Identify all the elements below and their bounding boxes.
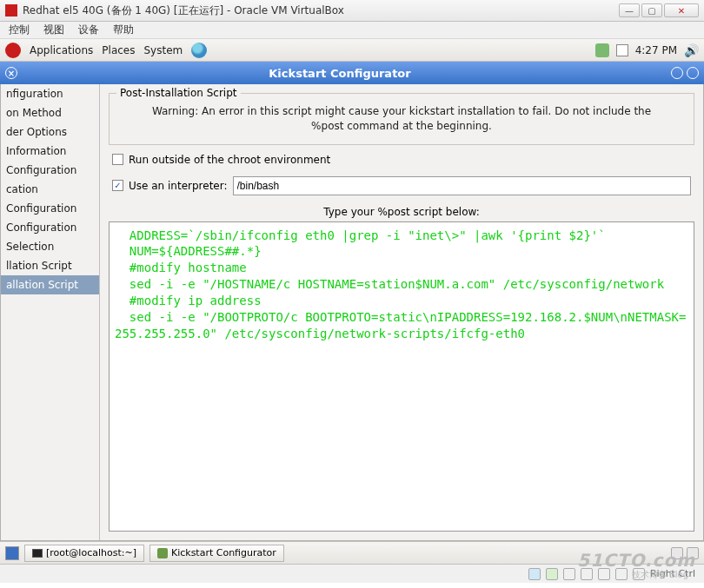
app-title: Kickstart Configurator <box>24 67 655 80</box>
chroot-label: Run outside of the chroot environment <box>129 154 330 166</box>
sidebar-item[interactable]: on Method <box>1 103 99 122</box>
places-menu[interactable]: Places <box>102 44 135 56</box>
vbox-menu-help[interactable]: 帮助 <box>113 23 134 37</box>
status-shared-icon[interactable] <box>598 568 610 580</box>
sidebar-item[interactable]: Configuration <box>1 218 99 237</box>
status-display-icon[interactable] <box>615 568 628 580</box>
terminal-icon <box>32 549 43 558</box>
vbox-menu-devices[interactable]: 设备 <box>78 23 99 37</box>
panel-right: 4:27 PM 🔊 <box>595 43 699 57</box>
tray-icon[interactable] <box>616 44 628 56</box>
status-hd-icon[interactable] <box>528 568 541 580</box>
app-titlebar: × Kickstart Configurator <box>0 62 704 84</box>
show-desktop-icon[interactable] <box>5 546 19 560</box>
window-controls: — ▢ ✕ <box>619 3 699 17</box>
sidebar-item[interactable]: nfiguration <box>1 84 99 103</box>
maximize-button[interactable]: ▢ <box>641 3 662 17</box>
script-label: Type your %post script below: <box>100 206 703 218</box>
content-pane: Post-Installation Script Warning: An err… <box>100 84 703 540</box>
chroot-row: Run outside of the chroot environment <box>112 154 691 166</box>
taskbar-kickstart-label: Kickstart Configurator <box>171 547 276 558</box>
taskbar-tray <box>671 547 699 559</box>
system-menu[interactable]: System <box>143 44 183 56</box>
app-body: nfiguration on Method der Options Inform… <box>0 84 704 541</box>
sidebar-item[interactable]: der Options <box>1 122 99 142</box>
volume-icon[interactable]: 🔊 <box>684 43 699 57</box>
app-maximize-button[interactable] <box>687 67 699 79</box>
interpreter-label: Use an interpreter: <box>129 180 228 192</box>
post-install-group: Post-Installation Script Warning: An err… <box>109 93 694 145</box>
vbox-title: Redhat el5 40G (备份 1 40G) [正在运行] - Oracl… <box>23 3 619 18</box>
status-net-icon[interactable] <box>563 568 575 580</box>
status-mouse-icon[interactable] <box>633 568 645 580</box>
vbox-statusbar: Right Ctrl <box>0 564 704 583</box>
sidebar-item[interactable]: Selection <box>1 237 99 256</box>
vbox-titlebar: Redhat el5 40G (备份 1 40G) [正在运行] - Oracl… <box>0 0 704 22</box>
vbox-menu: 控制 视图 设备 帮助 <box>0 22 704 39</box>
update-tray-icon[interactable] <box>595 43 609 57</box>
taskbar-kickstart[interactable]: Kickstart Configurator <box>149 545 284 562</box>
sidebar: nfiguration on Method der Options Inform… <box>1 84 100 540</box>
firefox-icon[interactable] <box>191 43 207 58</box>
gnome-top-panel: Applications Places System 4:27 PM 🔊 <box>0 39 704 62</box>
sidebar-item[interactable]: Information <box>1 142 99 161</box>
warning-text: Warning: An error in this script might c… <box>116 101 687 137</box>
host-key-label: Right Ctrl <box>650 568 695 579</box>
tray-icon[interactable] <box>687 547 699 559</box>
group-title: Post-Installation Script <box>116 87 241 99</box>
vbox-icon <box>5 4 17 17</box>
post-script-textarea[interactable]: ADDRESS=`/sbin/ifconfig eth0 |grep -i "i… <box>109 221 694 532</box>
close-button[interactable]: ✕ <box>664 3 699 17</box>
chroot-checkbox[interactable] <box>112 154 123 165</box>
redhat-logo-icon[interactable] <box>5 43 21 58</box>
sidebar-item-post-install[interactable]: allation Script <box>1 275 99 294</box>
applications-menu[interactable]: Applications <box>30 44 93 56</box>
tray-icon[interactable] <box>671 547 683 559</box>
minimize-button[interactable]: — <box>619 3 640 17</box>
script-content: ADDRESS=`/sbin/ifconfig eth0 |grep -i "i… <box>115 228 686 340</box>
sidebar-item[interactable]: cation <box>1 180 99 199</box>
sidebar-item[interactable]: Configuration <box>1 199 99 218</box>
gnome-bottom-panel: [root@localhost:~] Kickstart Configurato… <box>0 541 704 564</box>
status-usb-icon[interactable] <box>581 568 593 580</box>
sidebar-item[interactable]: Configuration <box>1 161 99 180</box>
kickstart-icon <box>157 548 168 558</box>
app-window-controls <box>655 67 699 79</box>
interpreter-checkbox[interactable]: ✓ <box>112 180 123 191</box>
status-cd-icon[interactable] <box>546 568 558 580</box>
clock[interactable]: 4:27 PM <box>635 44 677 56</box>
interpreter-input[interactable] <box>233 176 692 195</box>
interpreter-row: ✓ Use an interpreter: <box>112 176 691 195</box>
taskbar-terminal[interactable]: [root@localhost:~] <box>24 545 144 562</box>
vbox-menu-view[interactable]: 视图 <box>43 23 64 37</box>
vbox-menu-control[interactable]: 控制 <box>9 23 30 37</box>
taskbar-terminal-label: [root@localhost:~] <box>46 547 136 558</box>
app-minimize-button[interactable] <box>671 67 683 79</box>
sidebar-item[interactable]: llation Script <box>1 256 99 275</box>
app-close-button[interactable]: × <box>5 67 17 79</box>
